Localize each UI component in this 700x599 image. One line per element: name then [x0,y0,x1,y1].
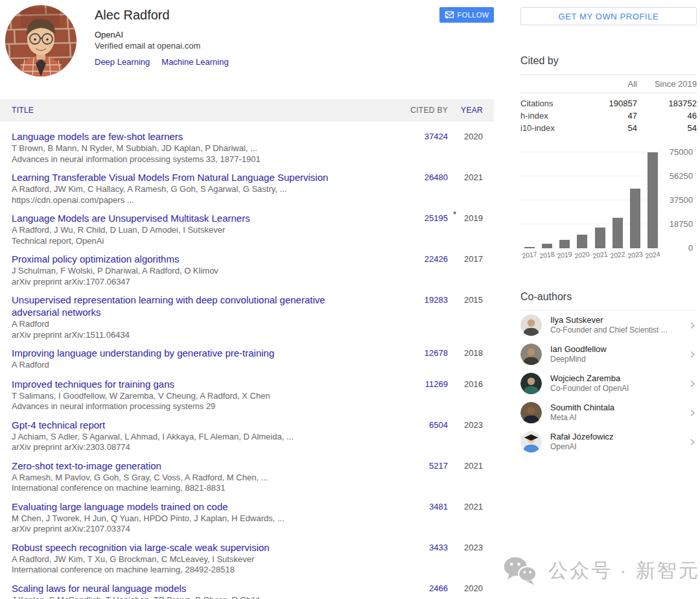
coauthor-desc: OpenAI [550,442,679,452]
profile-avatar-image [5,5,76,76]
publication-venue: arXiv preprint arXiv:2107.03374 [12,524,364,534]
chart-bar-2023[interactable] [630,189,640,248]
coauthor-desc: Co-Founder and Chief Scientist ... [550,325,679,335]
stats-row: i10-index 54 54 [520,122,697,134]
cited-by-count-link[interactable]: 22426 [425,254,448,264]
cited-by-count-link[interactable]: 3481 [429,502,448,511]
cited-by-count-link[interactable]: 19283 [425,295,448,305]
chart-gridline [520,152,662,152]
chevron-right-icon[interactable] [688,408,697,417]
coauthor-item[interactable]: Ilya Sutskever Co-Founder and Chief Scie… [520,311,697,340]
coauthor-item[interactable]: Rafał Józefowicz OpenAI [520,427,697,456]
sort-by-year-link[interactable]: YEAR [461,106,483,115]
chart-x-tick: 2019 [555,250,574,260]
chart-bar-2017[interactable] [524,247,535,248]
publication-year: 2021 [448,500,494,513]
coauthor-avatar [520,344,542,365]
cited-by-count-link[interactable]: 37424 [425,132,448,141]
coauthor-item[interactable]: Ian Goodfellow DeepMind [520,340,697,369]
publication-title-link[interactable]: Proximal policy optimization algorithms [12,253,364,265]
publication-year: 2015 [448,294,494,306]
chart-gridline [520,176,662,176]
chart-bar-2021[interactable] [595,228,605,248]
publication-row: Proximal policy optimization algorithms … [0,249,494,290]
cited-by-count-link[interactable]: 5217 [429,461,448,471]
publication-title-link[interactable]: Improved techniques for training gans [12,378,364,390]
chart-bar-2019[interactable] [559,240,570,248]
chevron-right-icon[interactable] [688,321,697,330]
sort-by-title-link[interactable]: TITLE [12,106,34,115]
publication-title-link[interactable]: Evaluating large language models trained… [12,500,364,513]
chart-y-tick: 75000 [670,147,693,157]
publication-title-link[interactable]: Scaling laws for neural language models [12,582,364,594]
chart-bar-2024[interactable] [648,152,658,248]
chart-y-axis: 018750375005625075000 [664,152,697,248]
stats-value-since: 46 [637,110,697,122]
coauthor-avatar [520,373,542,394]
stats-metric-label: i10-index [520,122,592,134]
publication-authors: A Radford [12,319,364,329]
publication-row: Improving language understanding by gene… [0,343,494,374]
cited-by-count-link[interactable]: 12678 [425,348,448,358]
coauthor-name: Soumith Chintala [550,403,679,413]
chart-x-tick: 2024 [644,250,662,260]
publication-venue: arXiv preprint arXiv:1511.06434 [12,330,364,340]
chevron-right-icon[interactable] [688,379,697,388]
cited-by-count-link[interactable]: 25195 [425,213,448,223]
follow-button[interactable]: FOLLOW [439,7,494,23]
stats-value-all: 54 [592,122,637,134]
publication-title-link[interactable]: Gpt-4 technical report [12,419,364,431]
publication-authors: A Ramesh, M Pavlov, G Goh, S Gray, C Vos… [12,473,364,483]
publication-title-link[interactable]: Robust speech recognition via large-scal… [12,541,364,554]
chevron-right-icon[interactable] [688,350,697,359]
chart-bar-2022[interactable] [612,218,623,248]
stats-value-since: 183752 [637,93,697,110]
publication-venue: arXiv preprint arXiv:1707.06347 [12,277,364,287]
cited-by-count-link[interactable]: 26480 [425,172,448,182]
publication-row: Improved techniques for training gans T … [0,374,494,415]
stats-row: h-index 47 46 [520,110,697,122]
cited-by-count-link[interactable]: 6504 [429,420,448,430]
coauthor-item[interactable]: Soumith Chintala Meta AI [520,398,697,427]
cited-by-heading: Cited by [520,55,697,67]
cited-by-count-link[interactable]: 11269 [425,379,448,389]
coauthor-name: Rafał Józefowicz [550,432,679,442]
publication-authors: A Radford, JW Kim, C Hallacy, A Ramesh, … [12,184,364,194]
publication-title-link[interactable]: Zero-shot text-to-image generation [12,460,364,472]
chart-bar-2020[interactable] [577,235,587,248]
cited-by-count-link[interactable]: 3433 [429,543,448,552]
publication-venue: Technical report, OpenAi [12,236,364,246]
sort-by-citations-label[interactable]: CITED BY [390,106,448,115]
stats-value-all: 47 [592,110,637,122]
chart-x-tick: 2017 [520,250,539,260]
publication-year: 2020 [448,582,494,594]
publication-title-link[interactable]: Unsupervised representation learning wit… [12,294,364,318]
stats-metric-label: Citations [520,93,592,110]
chart-x-tick: 2023 [625,250,644,260]
publication-title-link[interactable]: Improving language understanding by gene… [12,347,364,359]
publication-authors: T Salimans, I Goodfellow, W Zaremba, V C… [12,391,364,401]
chevron-right-icon[interactable] [688,438,697,447]
interest-link-machine-learning[interactable]: Machine Learning [161,57,228,67]
stats-column-all: All [592,75,637,93]
publication-title-link[interactable]: Learning Transferable Visual Models From… [12,171,364,183]
citation-stats-table: All Since 2019 Citations 190857 183752 h… [520,75,697,134]
citations-per-year-chart: 018750375005625075000 201720182019202020… [520,152,697,264]
chart-bar-2018[interactable] [542,244,552,248]
coauthor-item[interactable]: Wojciech Zaremba Co-Founder of OpenAI [520,369,697,398]
publication-row: Learning Transferable Visual Models From… [0,167,494,208]
publication-year: 2023 [448,541,494,554]
cited-by-count-link[interactable]: 2466 [429,583,448,593]
stats-value-all: 190857 [592,93,637,110]
coauthor-avatar [520,402,542,423]
publication-title-link[interactable]: Language models are few-shot learners [12,130,364,143]
profile-avatar [5,5,76,76]
publication-authors: J Kaplan, S McCandlish, T Henighan, TB B… [12,595,364,599]
interest-link-deep-learning[interactable]: Deep Learning [95,57,150,67]
publication-title-link[interactable]: Language Models are Unsupervised Multita… [12,212,364,224]
chart-y-tick: 56250 [670,171,693,181]
sidebar: GET MY OWN PROFILE Cited by All Since 20… [520,0,697,456]
chart-y-tick: 37500 [670,195,693,205]
stats-value-since: 54 [637,122,697,134]
get-my-own-profile-button[interactable]: GET MY OWN PROFILE [520,7,697,25]
